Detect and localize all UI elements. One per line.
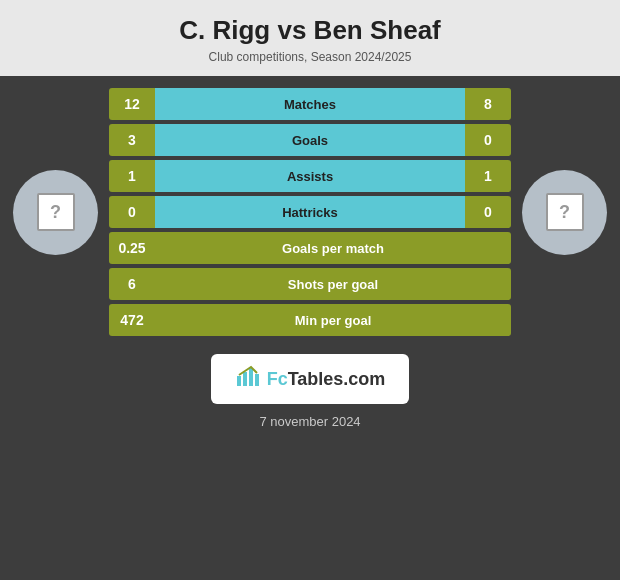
goals-per-match-row: 0.25 Goals per match xyxy=(109,232,511,264)
comparison-section: ? 12 Matches 8 3 Goals 0 1 Assists 1 xyxy=(0,76,620,344)
hattricks-right-value: 0 xyxy=(465,196,511,228)
shots-per-goal-value: 6 xyxy=(109,268,155,300)
hattricks-label: Hattricks xyxy=(155,196,465,228)
svg-rect-2 xyxy=(249,368,253,386)
svg-rect-0 xyxy=(237,376,241,386)
stats-bars: 12 Matches 8 3 Goals 0 1 Assists 1 0 Hat… xyxy=(109,88,511,336)
assists-right-value: 1 xyxy=(465,160,511,192)
matches-label: Matches xyxy=(155,88,465,120)
svg-rect-3 xyxy=(255,374,259,386)
matches-row: 12 Matches 8 xyxy=(109,88,511,120)
right-player-photo-placeholder: ? xyxy=(546,193,584,231)
shots-per-goal-label: Shots per goal xyxy=(155,268,511,300)
assists-left-value: 1 xyxy=(109,160,155,192)
min-per-goal-row: 472 Min per goal xyxy=(109,304,511,336)
goals-per-match-label: Goals per match xyxy=(155,232,511,264)
min-per-goal-label: Min per goal xyxy=(155,304,511,336)
fctables-logo: FcTables.com xyxy=(211,354,410,404)
hattricks-row: 0 Hattricks 0 xyxy=(109,196,511,228)
left-player-photo-placeholder: ? xyxy=(37,193,75,231)
brand-fc: Fc xyxy=(267,369,288,389)
goals-left-value: 3 xyxy=(109,124,155,156)
assists-row: 1 Assists 1 xyxy=(109,160,511,192)
brand-tables: Tables.com xyxy=(288,369,386,389)
matches-left-value: 12 xyxy=(109,88,155,120)
brand-name: FcTables.com xyxy=(267,369,386,390)
hattricks-left-value: 0 xyxy=(109,196,155,228)
goals-row: 3 Goals 0 xyxy=(109,124,511,156)
page-wrapper: C. Rigg vs Ben Sheaf Club competitions, … xyxy=(0,0,620,580)
matches-right-value: 8 xyxy=(465,88,511,120)
left-player-avatar-wrap: ? xyxy=(8,170,103,255)
right-player-avatar-wrap: ? xyxy=(517,170,612,255)
footer-date: 7 november 2024 xyxy=(259,414,360,429)
right-player-avatar: ? xyxy=(522,170,607,255)
svg-rect-1 xyxy=(243,372,247,386)
goals-label: Goals xyxy=(155,124,465,156)
goals-per-match-value: 0.25 xyxy=(109,232,155,264)
assists-label: Assists xyxy=(155,160,465,192)
season-subtitle: Club competitions, Season 2024/2025 xyxy=(20,50,600,64)
left-player-avatar: ? xyxy=(13,170,98,255)
min-per-goal-value: 472 xyxy=(109,304,155,336)
page-title: C. Rigg vs Ben Sheaf xyxy=(20,15,600,46)
goals-right-value: 0 xyxy=(465,124,511,156)
header-section: C. Rigg vs Ben Sheaf Club competitions, … xyxy=(0,0,620,76)
chart-bar-icon xyxy=(235,364,259,394)
shots-per-goal-row: 6 Shots per goal xyxy=(109,268,511,300)
